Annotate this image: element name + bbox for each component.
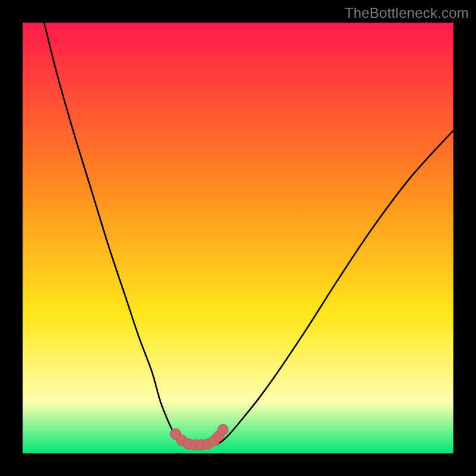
gradient-background (23, 23, 453, 453)
bottom-marker-dot (218, 424, 228, 435)
watermark-text: TheBottleneck.com (345, 5, 469, 21)
chart-svg (23, 23, 453, 453)
plot-area (23, 23, 453, 453)
chart-frame: TheBottleneck.com (0, 0, 476, 476)
